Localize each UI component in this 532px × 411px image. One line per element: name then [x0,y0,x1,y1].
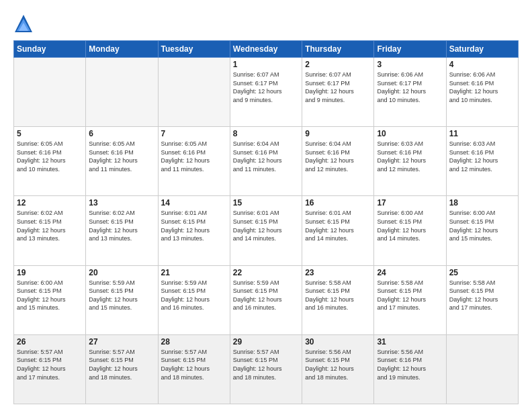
calendar-week-3: 12Sunrise: 6:02 AM Sunset: 6:15 PM Dayli… [14,196,519,265]
weekday-header-saturday: Saturday [446,41,518,58]
day-info: Sunrise: 5:57 AM Sunset: 6:15 PM Dayligh… [161,348,227,381]
day-info: Sunrise: 6:03 AM Sunset: 6:16 PM Dayligh… [449,140,515,173]
calendar-cell: 17Sunrise: 6:00 AM Sunset: 6:15 PM Dayli… [374,196,446,265]
day-number: 10 [377,129,443,138]
day-info: Sunrise: 6:01 AM Sunset: 6:15 PM Dayligh… [161,209,227,242]
calendar-week-1: 1Sunrise: 6:07 AM Sunset: 6:17 PM Daylig… [14,58,519,127]
weekday-header-tuesday: Tuesday [158,41,230,58]
calendar-table: SundayMondayTuesdayWednesdayThursdayFrid… [13,40,519,404]
day-number: 16 [305,198,371,208]
calendar-cell: 27Sunrise: 5:57 AM Sunset: 6:15 PM Dayli… [86,334,158,404]
logo [13,13,36,34]
weekday-header-row: SundayMondayTuesdayWednesdayThursdayFrid… [14,41,519,58]
calendar-cell: 26Sunrise: 5:57 AM Sunset: 6:15 PM Dayli… [14,334,86,404]
day-number: 3 [377,60,443,69]
calendar-cell: 20Sunrise: 5:59 AM Sunset: 6:15 PM Dayli… [86,265,158,334]
day-info: Sunrise: 6:04 AM Sunset: 6:16 PM Dayligh… [233,140,299,173]
calendar-cell [446,334,518,404]
calendar-cell: 11Sunrise: 6:03 AM Sunset: 6:16 PM Dayli… [446,127,518,196]
calendar-cell: 30Sunrise: 5:56 AM Sunset: 6:15 PM Dayli… [302,334,374,404]
day-number: 27 [89,337,154,347]
day-info: Sunrise: 5:57 AM Sunset: 6:15 PM Dayligh… [89,348,154,381]
day-info: Sunrise: 6:05 AM Sunset: 6:16 PM Dayligh… [17,140,83,173]
calendar-cell: 5Sunrise: 6:05 AM Sunset: 6:16 PM Daylig… [14,127,86,196]
day-info: Sunrise: 5:58 AM Sunset: 6:15 PM Dayligh… [377,279,443,312]
calendar-week-4: 19Sunrise: 6:00 AM Sunset: 6:15 PM Dayli… [14,265,519,334]
day-info: Sunrise: 5:59 AM Sunset: 6:15 PM Dayligh… [89,279,154,312]
calendar-week-5: 26Sunrise: 5:57 AM Sunset: 6:15 PM Dayli… [14,334,519,404]
calendar-cell: 1Sunrise: 6:07 AM Sunset: 6:17 PM Daylig… [230,58,302,127]
day-info: Sunrise: 6:01 AM Sunset: 6:15 PM Dayligh… [305,209,371,242]
day-number: 14 [161,198,227,208]
day-number: 1 [233,60,299,69]
day-number: 24 [377,268,443,277]
day-info: Sunrise: 5:58 AM Sunset: 6:15 PM Dayligh… [449,279,515,312]
day-info: Sunrise: 6:02 AM Sunset: 6:15 PM Dayligh… [17,209,83,242]
day-info: Sunrise: 6:06 AM Sunset: 6:16 PM Dayligh… [449,71,515,104]
calendar-cell: 31Sunrise: 5:56 AM Sunset: 6:16 PM Dayli… [374,334,446,404]
day-number: 2 [305,60,371,69]
calendar-cell: 14Sunrise: 6:01 AM Sunset: 6:15 PM Dayli… [158,196,230,265]
day-number: 22 [233,268,299,277]
day-number: 17 [377,198,443,208]
weekday-header-wednesday: Wednesday [230,41,302,58]
day-number: 6 [89,129,154,138]
day-info: Sunrise: 6:05 AM Sunset: 6:16 PM Dayligh… [161,140,227,173]
day-info: Sunrise: 5:57 AM Sunset: 6:15 PM Dayligh… [17,348,83,381]
weekday-header-sunday: Sunday [14,41,86,58]
page: SundayMondayTuesdayWednesdayThursdayFrid… [0,0,532,411]
day-number: 13 [89,198,154,208]
calendar-cell: 23Sunrise: 5:58 AM Sunset: 6:15 PM Dayli… [302,265,374,334]
day-number: 28 [161,337,227,347]
day-info: Sunrise: 6:07 AM Sunset: 6:17 PM Dayligh… [305,71,371,104]
day-number: 7 [161,129,227,138]
calendar-cell: 9Sunrise: 6:04 AM Sunset: 6:16 PM Daylig… [302,127,374,196]
calendar-cell: 2Sunrise: 6:07 AM Sunset: 6:17 PM Daylig… [302,58,374,127]
day-number: 5 [17,129,83,138]
calendar-cell [14,58,86,127]
calendar-cell: 19Sunrise: 6:00 AM Sunset: 6:15 PM Dayli… [14,265,86,334]
calendar-week-2: 5Sunrise: 6:05 AM Sunset: 6:16 PM Daylig… [14,127,519,196]
day-number: 19 [17,268,83,277]
calendar-cell: 18Sunrise: 6:00 AM Sunset: 6:15 PM Dayli… [446,196,518,265]
day-info: Sunrise: 6:06 AM Sunset: 6:17 PM Dayligh… [377,71,443,104]
day-number: 18 [449,198,515,208]
calendar-cell: 22Sunrise: 5:59 AM Sunset: 6:15 PM Dayli… [230,265,302,334]
calendar-cell: 3Sunrise: 6:06 AM Sunset: 6:17 PM Daylig… [374,58,446,127]
day-number: 31 [377,337,443,347]
day-number: 4 [449,60,515,69]
calendar-cell: 12Sunrise: 6:02 AM Sunset: 6:15 PM Dayli… [14,196,86,265]
weekday-header-friday: Friday [374,41,446,58]
calendar-cell: 29Sunrise: 5:57 AM Sunset: 6:15 PM Dayli… [230,334,302,404]
day-number: 23 [305,268,371,277]
day-info: Sunrise: 5:56 AM Sunset: 6:15 PM Dayligh… [305,348,371,381]
day-number: 15 [233,198,299,208]
calendar-cell: 21Sunrise: 5:59 AM Sunset: 6:15 PM Dayli… [158,265,230,334]
calendar-cell [158,58,230,127]
day-info: Sunrise: 6:00 AM Sunset: 6:15 PM Dayligh… [377,209,443,242]
day-number: 21 [161,268,227,277]
day-info: Sunrise: 5:59 AM Sunset: 6:15 PM Dayligh… [161,279,227,312]
calendar-cell: 7Sunrise: 6:05 AM Sunset: 6:16 PM Daylig… [158,127,230,196]
day-number: 12 [17,198,83,208]
day-info: Sunrise: 6:01 AM Sunset: 6:15 PM Dayligh… [233,209,299,242]
day-number: 9 [305,129,371,138]
day-number: 25 [449,268,515,277]
day-info: Sunrise: 6:03 AM Sunset: 6:16 PM Dayligh… [377,140,443,173]
calendar-cell: 13Sunrise: 6:02 AM Sunset: 6:15 PM Dayli… [86,196,158,265]
weekday-header-monday: Monday [86,41,158,58]
calendar-cell: 4Sunrise: 6:06 AM Sunset: 6:16 PM Daylig… [446,58,518,127]
calendar-cell [86,58,158,127]
calendar-cell: 15Sunrise: 6:01 AM Sunset: 6:15 PM Dayli… [230,196,302,265]
day-info: Sunrise: 5:59 AM Sunset: 6:15 PM Dayligh… [233,279,299,312]
day-info: Sunrise: 6:00 AM Sunset: 6:15 PM Dayligh… [17,279,83,312]
day-info: Sunrise: 6:07 AM Sunset: 6:17 PM Dayligh… [233,71,299,104]
header [13,13,519,34]
day-number: 20 [89,268,154,277]
calendar-cell: 16Sunrise: 6:01 AM Sunset: 6:15 PM Dayli… [302,196,374,265]
calendar-cell: 28Sunrise: 5:57 AM Sunset: 6:15 PM Dayli… [158,334,230,404]
day-info: Sunrise: 6:04 AM Sunset: 6:16 PM Dayligh… [305,140,371,173]
calendar-cell: 6Sunrise: 6:05 AM Sunset: 6:16 PM Daylig… [86,127,158,196]
day-number: 26 [17,337,83,347]
logo-icon [13,13,34,34]
